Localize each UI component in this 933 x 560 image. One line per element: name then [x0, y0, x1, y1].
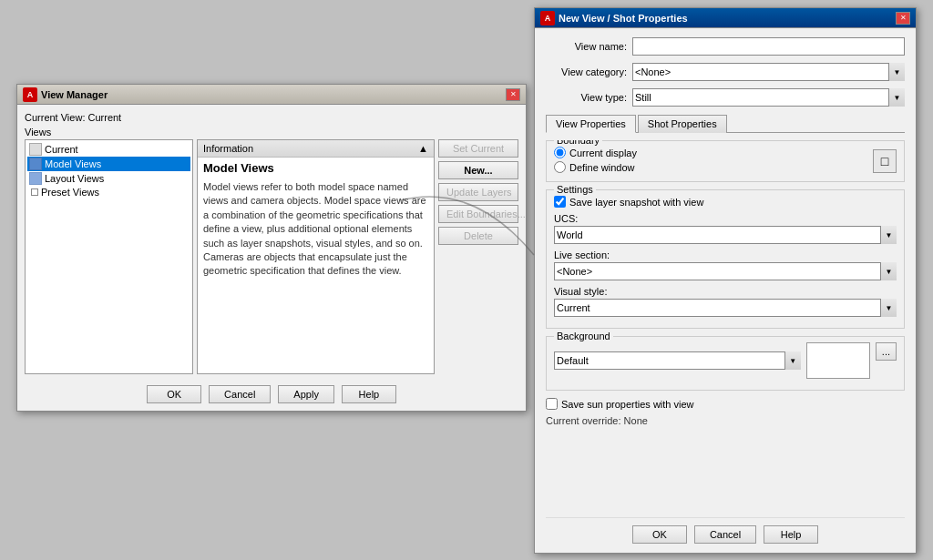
- info-collapse-icon[interactable]: ▲: [418, 143, 428, 154]
- save-sun-properties-checkbox[interactable]: [546, 398, 558, 410]
- new-view-controls: ✕: [896, 12, 910, 25]
- define-window-row: Define window: [554, 161, 873, 173]
- tab-bar: View Properties Shot Properties: [546, 114, 905, 133]
- tree-item-current[interactable]: Current: [27, 142, 190, 157]
- tree-item-preset-views[interactable]: Preset Views: [27, 186, 190, 199]
- current-display-radio[interactable]: [554, 147, 566, 158]
- save-sun-properties-row: Save sun properties with view: [546, 398, 905, 410]
- new-view-footer: OK Cancel Help: [546, 517, 905, 544]
- update-layers-button[interactable]: Update Layers: [438, 183, 518, 201]
- background-row: Default ▼ ...: [554, 342, 897, 379]
- new-view-help-button[interactable]: Help: [764, 525, 818, 544]
- visual-style-select[interactable]: Current: [554, 299, 897, 317]
- tree-item-current-label: Current: [45, 144, 78, 155]
- view-name-label: View name:: [546, 41, 632, 52]
- tree-item-preset-views-label: Preset Views: [41, 187, 99, 198]
- edit-boundaries-button[interactable]: Edit Boundaries...: [438, 205, 518, 223]
- background-title: Background: [554, 331, 613, 341]
- new-view-body: View name: View category: <None> ▼ View …: [535, 28, 916, 553]
- new-view-titlebar[interactable]: A New View / Shot Properties ✕: [535, 8, 916, 28]
- view-manager-body: Current View: Current Views Current Mode…: [17, 105, 526, 411]
- ucs-select-wrapper: World ▼: [554, 226, 897, 244]
- help-button[interactable]: Help: [342, 385, 396, 403]
- close-button[interactable]: ✕: [506, 88, 520, 101]
- vm-footer: OK Cancel Apply Help: [25, 382, 518, 403]
- autocad-icon: A: [23, 87, 37, 102]
- autocad-icon-new: A: [540, 11, 555, 25]
- view-type-label: View type:: [546, 92, 632, 103]
- save-sun-properties-label: Save sun properties with view: [561, 399, 694, 410]
- info-header-label: Information: [203, 143, 253, 154]
- ucs-label: UCS:: [554, 213, 897, 224]
- background-edit-button[interactable]: ...: [876, 342, 897, 361]
- set-current-button[interactable]: Set Current: [438, 139, 518, 158]
- background-select[interactable]: Default: [554, 351, 801, 370]
- vm-content: Current Model Views Layout Views Preset …: [25, 139, 518, 374]
- live-section-select[interactable]: <None>: [554, 262, 897, 280]
- view-category-label: View category:: [546, 66, 632, 77]
- save-layer-snapshot-row: Save layer snapshot with view: [554, 196, 897, 208]
- background-section: Background Default ▼ ...: [546, 336, 905, 391]
- info-panel-title: Model Views: [198, 158, 434, 177]
- views-tree[interactable]: Current Model Views Layout Views Preset …: [25, 139, 193, 374]
- live-section-label: Live section:: [554, 249, 897, 260]
- new-view-close-button[interactable]: ✕: [896, 12, 910, 25]
- current-override-text: Current override: None: [546, 415, 905, 426]
- view-category-select-wrapper: <None> ▼: [632, 63, 905, 81]
- boundary-title: Boundary: [554, 140, 602, 146]
- new-view-window: A New View / Shot Properties ✕ View name…: [534, 7, 917, 554]
- background-select-wrapper: Default ▼: [554, 351, 801, 370]
- new-view-title: New View / Shot Properties: [559, 13, 896, 24]
- tree-item-model-views[interactable]: Model Views: [27, 157, 190, 171]
- settings-title: Settings: [554, 184, 596, 195]
- tree-item-layout-views[interactable]: Layout Views: [27, 171, 190, 186]
- cancel-button[interactable]: Cancel: [209, 385, 271, 403]
- current-view-label: Current View: Current: [25, 112, 518, 123]
- save-layer-snapshot-label: Save layer snapshot with view: [569, 197, 703, 208]
- title-bar-controls: ✕: [506, 88, 520, 101]
- info-panel-header: Information ▲: [198, 140, 434, 158]
- view-name-input[interactable]: [632, 37, 905, 56]
- tree-item-model-views-label: Model Views: [45, 158, 101, 169]
- boundary-radio-col: Current display Define window: [554, 147, 873, 176]
- visual-style-select-wrapper: Current ▼: [554, 299, 897, 317]
- ok-button[interactable]: OK: [147, 385, 201, 403]
- live-section-field-group: Live section: <None> ▼: [554, 249, 897, 280]
- save-layer-snapshot-checkbox[interactable]: [554, 196, 566, 208]
- boundary-section: Boundary Current display Define window □: [546, 140, 905, 182]
- view-type-select-wrapper: Still Cinematic Recorded Walk Snapshot t…: [632, 88, 905, 107]
- tab-content-view-properties: Boundary Current display Define window □: [546, 140, 905, 517]
- view-manager-window: A View Manager ✕ Current View: Current V…: [16, 84, 527, 412]
- tab-view-properties[interactable]: View Properties: [546, 115, 636, 133]
- define-window-label: Define window: [569, 162, 635, 173]
- ucs-field-group: UCS: World ▼: [554, 213, 897, 244]
- info-panel-text: Model views refer to both model space na…: [198, 177, 434, 282]
- view-type-select[interactable]: Still Cinematic Recorded Walk Snapshot t…: [632, 88, 905, 107]
- info-panel: Information ▲ Model Views Model views re…: [197, 139, 435, 374]
- current-display-row: Current display: [554, 147, 873, 158]
- visual-style-label: Visual style:: [554, 286, 897, 297]
- view-manager-title: View Manager: [41, 89, 506, 100]
- delete-button[interactable]: Delete: [438, 227, 518, 245]
- view-name-row: View name:: [546, 37, 905, 56]
- view-category-select[interactable]: <None>: [632, 63, 905, 81]
- boundary-pick-button[interactable]: □: [873, 149, 897, 173]
- visual-style-field-group: Visual style: Current ▼: [554, 286, 897, 317]
- vm-action-buttons: Set Current New... Update Layers Edit Bo…: [438, 139, 518, 374]
- tab-shot-properties[interactable]: Shot Properties: [638, 115, 727, 133]
- apply-button[interactable]: Apply: [278, 385, 334, 403]
- tree-item-layout-views-label: Layout Views: [45, 173, 104, 184]
- view-type-row: View type: Still Cinematic Recorded Walk…: [546, 88, 905, 107]
- ucs-select[interactable]: World: [554, 226, 897, 244]
- settings-section: Settings Save layer snapshot with view U…: [546, 189, 905, 329]
- define-window-radio[interactable]: [554, 161, 566, 173]
- current-display-label: Current display: [569, 148, 637, 158]
- background-preview: [806, 342, 870, 379]
- new-button[interactable]: New...: [438, 161, 518, 179]
- view-manager-titlebar[interactable]: A View Manager ✕: [17, 85, 526, 105]
- boundary-options-row: Current display Define window □: [554, 147, 897, 176]
- new-view-ok-button[interactable]: OK: [632, 525, 687, 544]
- views-label: Views: [25, 127, 518, 137]
- new-view-cancel-button[interactable]: Cancel: [694, 525, 756, 544]
- live-section-select-wrapper: <None> ▼: [554, 262, 897, 280]
